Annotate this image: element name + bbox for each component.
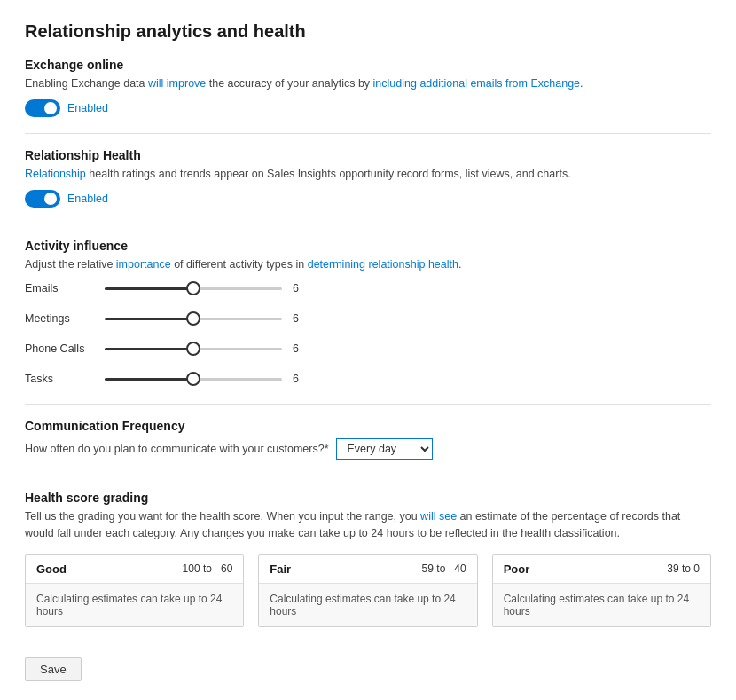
health-cards-container: Good 100 to 60 Calculating estimates can… xyxy=(25,554,711,627)
exchange-description-link2: including additional emails from Exchang… xyxy=(373,77,580,90)
slider-container-phone-calls xyxy=(105,340,282,358)
health-card-good-range: 100 to 60 xyxy=(183,562,233,575)
relationship-toggle-thumb xyxy=(44,193,57,205)
slider-value-tasks: 6 xyxy=(293,373,310,385)
health-card-fair: Fair 59 to 40 Calculating estimates can … xyxy=(258,554,477,627)
health-card-poor-header: Poor 39 to 0 xyxy=(493,555,710,584)
exchange-online-heading: Exchange online xyxy=(25,58,711,72)
slider-fill-meetings xyxy=(105,318,193,320)
relationship-health-section: Relationship Health Relationship health … xyxy=(25,148,711,208)
slider-fill-tasks xyxy=(105,378,193,381)
slider-thumb-phone-calls[interactable] xyxy=(186,342,200,356)
health-card-fair-header: Fair 59 to 40 xyxy=(259,555,476,584)
slider-container-emails xyxy=(105,279,282,297)
activity-influence-heading: Activity influence xyxy=(25,239,711,253)
communication-frequency-select[interactable]: Every day Every week Every month xyxy=(336,438,433,460)
health-card-poor-title: Poor xyxy=(504,562,530,576)
divider-1 xyxy=(25,133,711,134)
activity-influence-link1: importance xyxy=(116,258,171,271)
slider-thumb-emails[interactable] xyxy=(186,281,200,295)
slider-label-emails: Emails xyxy=(25,282,105,295)
relationship-health-heading: Relationship Health xyxy=(25,148,711,162)
exchange-toggle-track xyxy=(25,99,60,117)
slider-row-meetings: Meetings 6 xyxy=(25,310,711,327)
health-score-grading-section: Health score grading Tell us the grading… xyxy=(25,491,711,627)
slider-container-tasks xyxy=(105,370,282,388)
communication-frequency-row: How often do you plan to communicate wit… xyxy=(25,438,711,460)
slider-label-phone-calls: Phone Calls xyxy=(25,342,105,355)
health-description-link1: will see xyxy=(420,510,457,523)
exchange-online-toggle-row: Enabled xyxy=(25,99,711,117)
activity-influence-section: Activity influence Adjust the relative i… xyxy=(25,239,711,389)
health-card-fair-title: Fair xyxy=(270,562,291,576)
health-card-fair-range: 59 to 40 xyxy=(422,562,466,575)
divider-2 xyxy=(25,224,711,224)
health-card-good: Good 100 to 60 Calculating estimates can… xyxy=(25,554,244,627)
health-card-good-body-text: Calculating estimates can take up to 24 … xyxy=(36,593,232,617)
health-card-poor-range: 39 to 0 xyxy=(667,562,700,575)
communication-frequency-section: Communication Frequency How often do you… xyxy=(25,419,711,460)
health-card-fair-body: Calculating estimates can take up to 24 … xyxy=(259,584,476,626)
health-card-good-header: Good 100 to 60 xyxy=(26,555,243,584)
activity-influence-link2: determining relationship health xyxy=(308,258,458,271)
exchange-toggle-thumb xyxy=(44,102,57,114)
save-button[interactable]: Save xyxy=(25,657,82,681)
exchange-online-description: Enabling Exchange data will improve the … xyxy=(25,75,711,92)
health-card-good-title: Good xyxy=(36,562,67,576)
relationship-health-link: Relationship xyxy=(25,168,86,180)
slider-value-emails: 6 xyxy=(293,282,310,295)
relationship-health-toggle[interactable] xyxy=(25,190,60,208)
health-card-poor-body: Calculating estimates can take up to 24 … xyxy=(493,584,710,626)
slider-row-tasks: Tasks 6 xyxy=(25,370,711,388)
relationship-toggle-track xyxy=(25,190,60,208)
slider-thumb-meetings[interactable] xyxy=(186,311,200,326)
exchange-online-toggle-label: Enabled xyxy=(67,102,108,114)
slider-row-phone-calls: Phone Calls 6 xyxy=(25,340,711,358)
slider-label-tasks: Tasks xyxy=(25,373,105,385)
divider-4 xyxy=(25,476,711,476)
relationship-health-toggle-label: Enabled xyxy=(67,193,108,205)
slider-fill-phone-calls xyxy=(105,348,193,350)
slider-value-meetings: 6 xyxy=(293,312,310,325)
activity-influence-description: Adjust the relative importance of differ… xyxy=(25,256,711,273)
communication-frequency-heading: Communication Frequency xyxy=(25,419,711,433)
page-title: Relationship analytics and health xyxy=(25,21,711,42)
slider-row-emails: Emails 6 xyxy=(25,279,711,297)
relationship-health-description: Relationship health ratings and trends a… xyxy=(25,166,711,183)
health-card-good-body: Calculating estimates can take up to 24 … xyxy=(26,584,243,626)
exchange-description-link1: will improve xyxy=(148,77,206,90)
divider-3 xyxy=(25,404,711,405)
exchange-online-toggle[interactable] xyxy=(25,99,60,117)
slider-value-phone-calls: 6 xyxy=(293,342,310,355)
exchange-online-section: Exchange online Enabling Exchange data w… xyxy=(25,58,711,117)
health-card-poor-body-text: Calculating estimates can take up to 24 … xyxy=(504,593,700,617)
health-score-grading-heading: Health score grading xyxy=(25,491,711,505)
communication-frequency-label: How often do you plan to communicate wit… xyxy=(25,443,329,455)
relationship-health-toggle-row: Enabled xyxy=(25,190,711,208)
slider-thumb-tasks[interactable] xyxy=(186,372,200,386)
health-score-grading-description: Tell us the grading you want for the hea… xyxy=(25,508,711,542)
health-card-fair-body-text: Calculating estimates can take up to 24 … xyxy=(270,593,466,617)
health-card-poor: Poor 39 to 0 Calculating estimates can t… xyxy=(492,554,711,627)
slider-container-meetings xyxy=(105,310,282,327)
slider-fill-emails xyxy=(105,287,193,290)
slider-label-meetings: Meetings xyxy=(25,312,105,325)
